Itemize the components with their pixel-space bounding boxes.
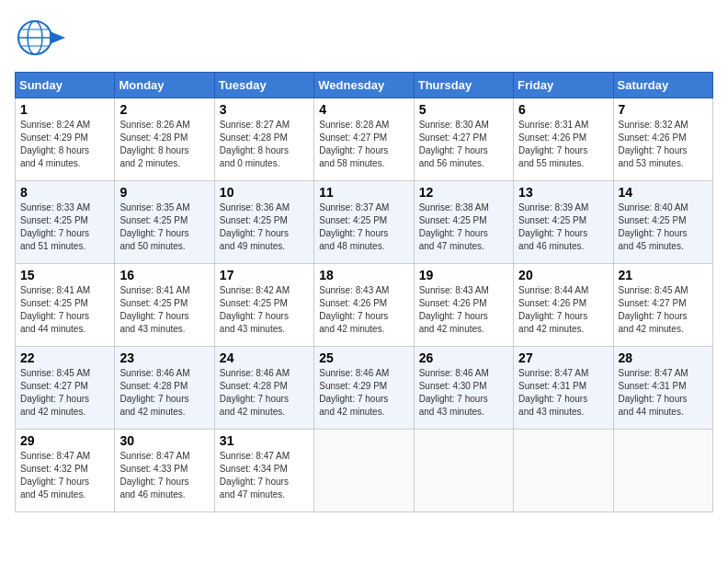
day-info: Sunrise: 8:45 AMSunset: 4:27 PMDaylight:… — [20, 367, 109, 419]
calendar-cell: 17Sunrise: 8:42 AMSunset: 4:25 PMDayligh… — [214, 264, 313, 347]
calendar-cell: 25Sunrise: 8:46 AMSunset: 4:29 PMDayligh… — [314, 347, 414, 430]
day-info: Sunrise: 8:27 AMSunset: 4:28 PMDaylight:… — [220, 119, 309, 170]
day-number: 12 — [419, 185, 508, 200]
day-number: 1 — [20, 102, 109, 117]
day-info: Sunrise: 8:40 AMSunset: 4:25 PMDaylight:… — [619, 201, 708, 253]
day-info: Sunrise: 8:46 AMSunset: 4:28 PMDaylight:… — [119, 367, 209, 419]
calendar-cell: 15Sunrise: 8:41 AMSunset: 4:25 PMDayligh… — [16, 264, 115, 347]
day-info: Sunrise: 8:43 AMSunset: 4:26 PMDaylight:… — [319, 284, 408, 336]
calendar-cell: 29Sunrise: 8:47 AMSunset: 4:32 PMDayligh… — [16, 430, 115, 512]
svg-marker-5 — [50, 31, 65, 44]
calendar-cell: 2Sunrise: 8:26 AMSunset: 4:28 PMDaylight… — [115, 98, 214, 181]
day-info: Sunrise: 8:47 AMSunset: 4:34 PMDaylight:… — [220, 450, 309, 501]
calendar-cell: 7Sunrise: 8:32 AMSunset: 4:26 PMDaylight… — [613, 98, 712, 181]
calendar-header-monday: Monday — [115, 73, 214, 98]
day-info: Sunrise: 8:33 AMSunset: 4:25 PMDaylight:… — [20, 201, 109, 253]
day-number: 15 — [20, 268, 109, 282]
day-info: Sunrise: 8:42 AMSunset: 4:25 PMDaylight:… — [220, 284, 309, 336]
calendar-cell: 22Sunrise: 8:45 AMSunset: 4:27 PMDayligh… — [16, 347, 115, 430]
calendar-cell: 18Sunrise: 8:43 AMSunset: 4:26 PMDayligh… — [314, 264, 414, 347]
calendar-cell: 5Sunrise: 8:30 AMSunset: 4:27 PMDaylight… — [414, 98, 513, 181]
calendar-cell: 13Sunrise: 8:39 AMSunset: 4:25 PMDayligh… — [514, 181, 613, 264]
day-info: Sunrise: 8:38 AMSunset: 4:25 PMDaylight:… — [419, 201, 508, 253]
calendar-table: SundayMondayTuesdayWednesdayThursdayFrid… — [15, 72, 713, 512]
page-header — [15, 15, 713, 61]
day-number: 9 — [119, 185, 209, 200]
calendar-cell: 4Sunrise: 8:28 AMSunset: 4:27 PMDaylight… — [314, 98, 414, 181]
day-number: 10 — [220, 185, 309, 200]
calendar-week-5: 29Sunrise: 8:47 AMSunset: 4:32 PMDayligh… — [16, 430, 713, 512]
day-info: Sunrise: 8:36 AMSunset: 4:25 PMDaylight:… — [220, 201, 309, 253]
day-number: 13 — [518, 185, 608, 200]
day-number: 31 — [220, 433, 309, 448]
day-number: 21 — [619, 268, 708, 282]
calendar-header-sunday: Sunday — [16, 73, 115, 98]
calendar-cell: 1Sunrise: 8:24 AMSunset: 4:29 PMDaylight… — [16, 98, 115, 181]
day-number: 6 — [518, 102, 608, 117]
day-info: Sunrise: 8:46 AMSunset: 4:29 PMDaylight:… — [319, 367, 408, 419]
day-info: Sunrise: 8:26 AMSunset: 4:28 PMDaylight:… — [119, 119, 209, 170]
day-info: Sunrise: 8:47 AMSunset: 4:32 PMDaylight:… — [20, 450, 109, 501]
calendar-cell: 21Sunrise: 8:45 AMSunset: 4:27 PMDayligh… — [613, 264, 712, 347]
day-info: Sunrise: 8:41 AMSunset: 4:25 PMDaylight:… — [119, 284, 209, 336]
day-number: 2 — [119, 102, 209, 117]
day-info: Sunrise: 8:37 AMSunset: 4:25 PMDaylight:… — [319, 201, 408, 253]
day-number: 17 — [220, 268, 309, 282]
calendar-cell: 27Sunrise: 8:47 AMSunset: 4:31 PMDayligh… — [514, 347, 613, 430]
day-number: 24 — [220, 350, 309, 365]
calendar-header-row: SundayMondayTuesdayWednesdayThursdayFrid… — [16, 73, 713, 98]
calendar-cell: 28Sunrise: 8:47 AMSunset: 4:31 PMDayligh… — [613, 347, 712, 430]
day-number: 28 — [619, 350, 708, 365]
calendar-cell — [514, 430, 613, 512]
calendar-cell: 26Sunrise: 8:46 AMSunset: 4:30 PMDayligh… — [414, 347, 513, 430]
day-number: 19 — [419, 268, 508, 282]
day-number: 29 — [20, 433, 109, 448]
day-number: 16 — [119, 268, 209, 282]
calendar-cell: 14Sunrise: 8:40 AMSunset: 4:25 PMDayligh… — [613, 181, 712, 264]
calendar-cell: 31Sunrise: 8:47 AMSunset: 4:34 PMDayligh… — [214, 430, 313, 512]
day-number: 8 — [20, 185, 109, 200]
calendar-week-2: 8Sunrise: 8:33 AMSunset: 4:25 PMDaylight… — [16, 181, 713, 264]
day-number: 30 — [119, 433, 209, 448]
calendar-week-3: 15Sunrise: 8:41 AMSunset: 4:25 PMDayligh… — [16, 264, 713, 347]
day-number: 4 — [319, 102, 408, 117]
calendar-cell: 20Sunrise: 8:44 AMSunset: 4:26 PMDayligh… — [514, 264, 613, 347]
calendar-header-wednesday: Wednesday — [314, 73, 414, 98]
calendar-cell: 30Sunrise: 8:47 AMSunset: 4:33 PMDayligh… — [115, 430, 214, 512]
calendar-cell: 16Sunrise: 8:41 AMSunset: 4:25 PMDayligh… — [115, 264, 214, 347]
logo-icon — [15, 15, 70, 61]
day-number: 27 — [518, 350, 608, 365]
day-info: Sunrise: 8:43 AMSunset: 4:26 PMDaylight:… — [419, 284, 508, 336]
day-number: 20 — [518, 268, 608, 282]
calendar-cell: 9Sunrise: 8:35 AMSunset: 4:25 PMDaylight… — [115, 181, 214, 264]
calendar-header-tuesday: Tuesday — [214, 73, 313, 98]
day-info: Sunrise: 8:32 AMSunset: 4:26 PMDaylight:… — [619, 119, 708, 170]
day-info: Sunrise: 8:35 AMSunset: 4:25 PMDaylight:… — [119, 201, 209, 253]
day-info: Sunrise: 8:45 AMSunset: 4:27 PMDaylight:… — [619, 284, 708, 336]
calendar-cell — [314, 430, 414, 512]
day-number: 14 — [619, 185, 708, 200]
calendar-header-saturday: Saturday — [613, 73, 712, 98]
day-info: Sunrise: 8:39 AMSunset: 4:25 PMDaylight:… — [518, 201, 608, 253]
day-info: Sunrise: 8:31 AMSunset: 4:26 PMDaylight:… — [518, 119, 608, 170]
calendar-cell: 8Sunrise: 8:33 AMSunset: 4:25 PMDaylight… — [16, 181, 115, 264]
day-info: Sunrise: 8:46 AMSunset: 4:28 PMDaylight:… — [220, 367, 309, 419]
day-info: Sunrise: 8:46 AMSunset: 4:30 PMDaylight:… — [419, 367, 508, 419]
calendar-cell: 11Sunrise: 8:37 AMSunset: 4:25 PMDayligh… — [314, 181, 414, 264]
logo — [15, 15, 63, 61]
day-info: Sunrise: 8:24 AMSunset: 4:29 PMDaylight:… — [20, 119, 109, 170]
day-number: 11 — [319, 185, 408, 200]
calendar-cell: 24Sunrise: 8:46 AMSunset: 4:28 PMDayligh… — [214, 347, 313, 430]
day-number: 7 — [619, 102, 708, 117]
calendar-cell: 3Sunrise: 8:27 AMSunset: 4:28 PMDaylight… — [214, 98, 313, 181]
calendar-cell — [613, 430, 712, 512]
calendar-cell: 12Sunrise: 8:38 AMSunset: 4:25 PMDayligh… — [414, 181, 513, 264]
calendar-cell: 23Sunrise: 8:46 AMSunset: 4:28 PMDayligh… — [115, 347, 214, 430]
day-number: 25 — [319, 350, 408, 365]
calendar-cell — [414, 430, 513, 512]
calendar-week-4: 22Sunrise: 8:45 AMSunset: 4:27 PMDayligh… — [16, 347, 713, 430]
day-number: 26 — [419, 350, 508, 365]
day-info: Sunrise: 8:47 AMSunset: 4:33 PMDaylight:… — [119, 450, 209, 501]
day-number: 3 — [220, 102, 309, 117]
day-number: 23 — [119, 350, 209, 365]
